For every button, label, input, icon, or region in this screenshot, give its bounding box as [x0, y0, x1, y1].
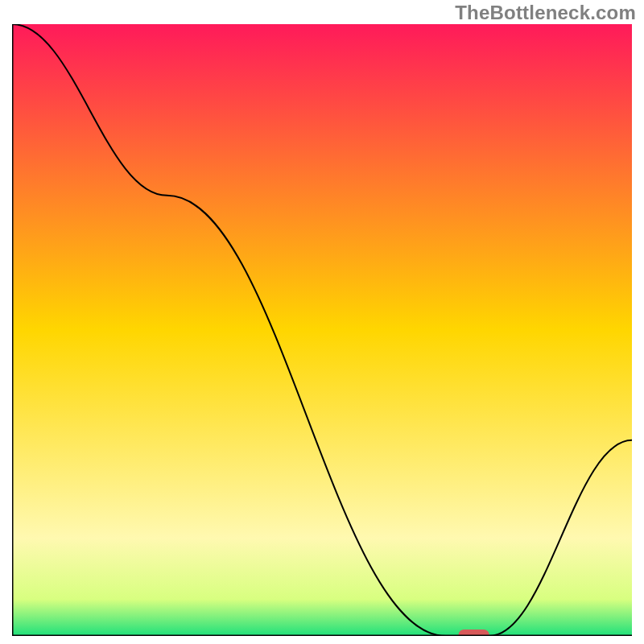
watermark-text: TheBottleneck.com	[455, 2, 636, 24]
chart-background	[12, 24, 632, 636]
bottleneck-chart	[12, 24, 632, 636]
